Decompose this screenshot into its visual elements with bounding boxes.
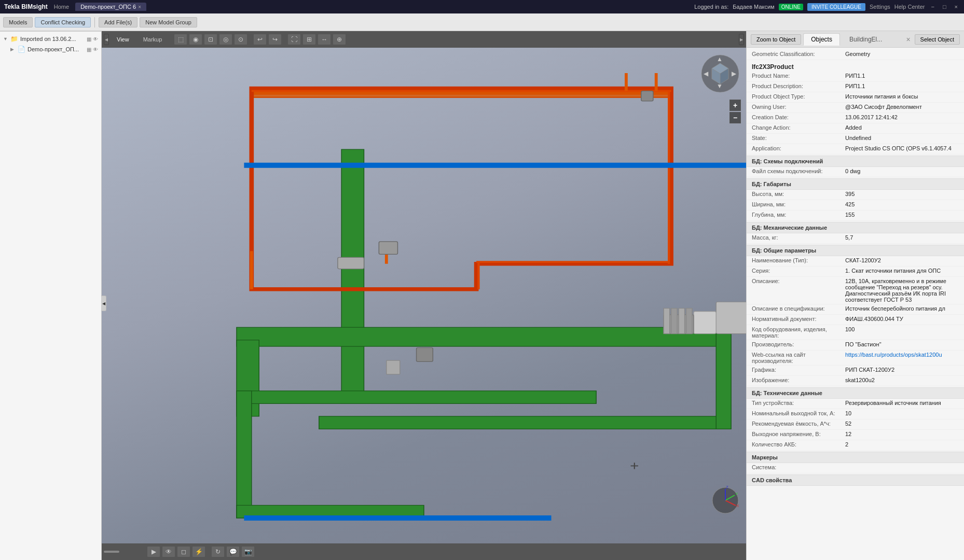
more-tools-button[interactable]: ⊕ [333,34,346,45]
prop-value-product-name: РИП1.1 [845,73,959,79]
btm-sep-1 [208,547,209,556]
tree-item-imported[interactable]: ▼ 📁 Imported on 13.06.2... ▦ 👁 [0,34,101,44]
add-files-button[interactable]: Add File(s) [99,17,137,27]
prop-label-web-link: Web-ссылка на сайт производителя: [752,352,845,364]
play-button[interactable]: ▶ [147,546,160,557]
tree-grid-icon-2[interactable]: ▦ [87,47,91,52]
user-name: Бадаев Максим [733,4,774,10]
tab-building-elements[interactable]: BuildingEl... [842,34,889,45]
model-tree: ▼ 📁 Imported on 13.06.2... ▦ 👁 ▶ 📄 Demo-… [0,32,101,560]
tab-objects[interactable]: Objects [803,33,840,46]
vp-sep-2 [250,35,251,44]
prop-row-width: Ширина, мм: 425 [747,200,964,211]
tab-close-icon[interactable]: × [138,4,141,10]
window-close[interactable]: × [953,4,960,10]
prop-value-product-desc: РИП1.1 [845,83,959,89]
prop-label-tip-ustr: Тип устройства: [752,400,845,406]
tab-markup[interactable]: Markup [137,35,169,44]
prop-row-kod: Код оборудования, изделия, материал: 100 [747,325,964,340]
section-mechanical: БД: Механические данные [747,222,964,233]
zoom-to-object-button[interactable]: Zoom to Object [751,34,801,45]
svg-rect-30 [679,309,685,334]
prop-row-seria: Серия: 1. Скат источники питания для ОПС [747,267,964,277]
comment-button[interactable]: 💬 [226,546,240,557]
prop-row-norm-doc: Нормативный документ: ФИАШ.430600.044 ТУ [747,315,964,325]
prop-value-name-type: СКАТ-1200У2 [845,257,959,263]
flash-button[interactable]: ⚡ [192,546,205,557]
app-layout: ▼ 📁 Imported on 13.06.2... ▦ 👁 ▶ 📄 Demo-… [0,31,964,560]
fit-all-button[interactable]: ⛶ [287,34,301,45]
select-mode-button[interactable]: ⬚ [174,34,187,45]
section-cad: CAD свойства [747,474,964,486]
right-panel-close-icon[interactable]: × [906,35,910,44]
prop-value-web-link: https://bast.ru/products/ops/skat1200u [845,352,959,358]
view-type-button[interactable]: ⊙ [234,34,247,45]
section-box-button[interactable]: ⊞ [302,34,316,45]
new-model-group-button[interactable]: New Model Group [140,17,197,27]
timeline-slider[interactable] [104,551,145,553]
zoom-out-button[interactable]: − [729,112,741,123]
tree-eye-icon[interactable]: 👁 [93,36,98,42]
tree-item-demo[interactable]: ▶ 📄 Demo-проект_ОП... ▦ 👁 [0,44,101,54]
prop-label-product-desc: Product Description: [752,83,845,89]
prop-label-akb: Количество АКБ: [752,441,845,447]
navigation-cube[interactable]: ◀ ▶ ▲ ▼ [699,53,741,94]
prop-label-product-obj-type: Product Object Type: [752,93,845,100]
active-tab-label: Demo-проект_ОПС 6 [80,4,136,10]
rotate-bottom-button[interactable]: ↻ [211,546,225,557]
prop-row-product-desc: Product Description: РИП1.1 [747,82,964,92]
prop-label-height: Высота, мм: [752,191,845,197]
section-schemes: БД: Схемы подключений [747,156,964,167]
prop-value-application: Project Studio CS ОПС (OPS v6.1.4057.4 [845,145,959,151]
window-minimize[interactable]: − [929,4,936,10]
prop-value-change-action: Added [845,124,959,131]
settings-link[interactable]: Settings [870,4,890,10]
redo-button[interactable]: ↪ [268,34,282,45]
prop-value-depth: 155 [845,212,959,218]
viewport-right-collapse[interactable]: ▶ [739,34,744,45]
tree-eye-icon-2[interactable]: 👁 [93,47,98,52]
models-tab-button[interactable]: Models [3,17,33,27]
svg-text:Z: Z [726,485,728,489]
select-object-button[interactable]: Select Object [915,34,960,45]
vp-sep-1 [171,35,171,44]
prop-label-opisanie-spec: Описание в спецификации: [752,305,845,312]
view-shaded-button[interactable]: ◉ [189,34,202,45]
tree-grid-icon[interactable]: ▦ [87,36,91,42]
svg-text:◀: ◀ [704,70,709,77]
3d-scene[interactable]: ◀ ▶ ▲ ▼ + − [102,48,746,543]
window-maximize[interactable]: □ [941,4,948,10]
prop-label-change-action: Change Action: [752,124,845,131]
snapshot-button[interactable]: 📷 [241,546,255,557]
view-wireframe-button[interactable]: ⊡ [204,34,217,45]
zoom-in-button[interactable]: + [729,100,741,111]
viewport: ◀ View Markup ⬚ ◉ ⊡ ◎ ⊙ ↩ ↪ ⛶ ⊞ ↔ ⊕ ▶ [102,31,746,560]
prop-label-owning-user: Owning User: [752,104,845,110]
prop-label-izobrazhenie: Изображение: [752,377,845,383]
prop-label-emkost: Рекомендуемая ёмкость, А*ч: [752,421,845,427]
prop-label-producer: Производитель: [752,341,845,347]
home-link[interactable]: Home [54,4,69,10]
left-panel: ▼ 📁 Imported on 13.06.2... ▦ 👁 ▶ 📄 Demo-… [0,31,102,560]
tree-file-icon: 📄 [18,46,25,53]
active-tab[interactable]: Demo-проект_ОПС 6 × [75,3,146,11]
undo-button[interactable]: ↩ [253,34,267,45]
prop-value-file-schemes: 0 dwg [845,168,959,174]
prop-row-producer: Производитель: ПО "Бастион" [747,340,964,351]
tab-view[interactable]: View [111,35,135,44]
prop-label-depth: Глубина, мм: [752,212,845,218]
prop-row-mass: Масса, кг: 5,7 [747,233,964,244]
viewport-left-collapse[interactable]: ◀ [104,34,109,45]
prop-row-sistema: Система: [747,463,964,473]
measure-button[interactable]: ↔ [318,34,331,45]
visibility-button[interactable]: 👁 [162,546,175,557]
help-link[interactable]: Help Center [894,4,925,10]
conflict-checking-button[interactable]: Conflict Checking [35,17,91,27]
invite-colleague-button[interactable]: INVITE COLLEAGUE [807,3,865,11]
svg-rect-22 [338,257,364,269]
clip-button[interactable]: ◻ [177,546,190,557]
left-panel-collapse-button[interactable]: ◀ [101,296,106,311]
zoom-controls: + − [729,100,741,123]
prop-value-width: 425 [845,201,959,207]
view-hidden-button[interactable]: ◎ [219,34,232,45]
